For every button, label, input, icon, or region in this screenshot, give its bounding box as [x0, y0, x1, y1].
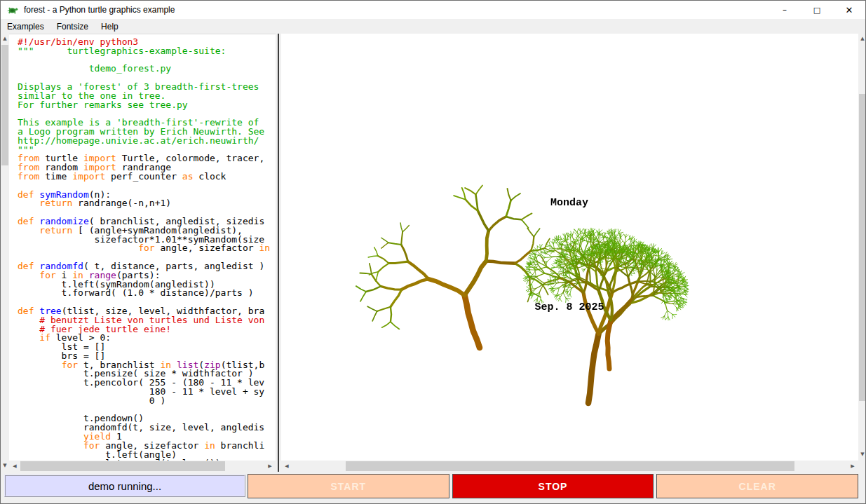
- close-button[interactable]: ✕: [833, 1, 865, 19]
- window-title: forest - a Python turtle graphics exampl…: [24, 5, 175, 15]
- stop-button[interactable]: STOP: [452, 474, 654, 498]
- canvas-vscroll-thumb[interactable]: [859, 94, 866, 401]
- clear-button[interactable]: CLEAR: [656, 474, 858, 498]
- code-line: return randrange(-n,n+1): [18, 199, 276, 208]
- pane-sash[interactable]: [276, 34, 281, 472]
- code-horizontal-scrollbar[interactable]: ◀ ▶: [9, 461, 276, 472]
- title-bar: forest - a Python turtle graphics exampl…: [1, 1, 865, 19]
- menu-bar: Examples Fontsize Help: [1, 19, 865, 34]
- scroll-down-icon[interactable]: ▼: [858, 451, 866, 457]
- graphics-frame: Monday Sep. 8 2025: [281, 34, 858, 461]
- code-line: """ turtlegraphics-example-suite:: [18, 47, 276, 56]
- menu-help[interactable]: Help: [95, 20, 125, 33]
- canvas-text-date: Sep. 8 2025: [534, 301, 604, 313]
- turtle-icon: [7, 5, 19, 15]
- minimize-button[interactable]: –: [769, 1, 801, 19]
- menu-examples[interactable]: Examples: [1, 20, 50, 33]
- start-button[interactable]: START: [248, 474, 449, 498]
- code-line: from time import perf_counter as clock: [18, 172, 276, 182]
- maximize-button[interactable]: □: [801, 1, 833, 19]
- canvas-horizontal-scrollbar[interactable]: ◀ ▶: [281, 461, 858, 472]
- code-line: tdemo_forest.py: [18, 64, 276, 74]
- status-label: demo running...: [4, 475, 245, 497]
- code-line: t.forward( (1.0 * distance)/parts ): [18, 289, 276, 298]
- button-row: START STOP CLEAR: [248, 474, 858, 498]
- canvas-vertical-scrollbar[interactable]: ▲ ▼: [858, 34, 866, 461]
- canvas-hscroll-thumb[interactable]: [346, 461, 794, 471]
- app-window: forest - a Python turtle graphics exampl…: [0, 0, 866, 504]
- scroll-up-icon[interactable]: ▲: [1, 36, 9, 41]
- code-text-widget[interactable]: #!/usr/bin/env python3""" turtlegraphics…: [9, 34, 276, 461]
- code-panel: #!/usr/bin/env python3""" turtlegraphics…: [9, 34, 276, 461]
- window-controls: – □ ✕: [769, 1, 865, 19]
- scroll-up-icon[interactable]: ▲: [858, 36, 866, 41]
- turtle-canvas: [281, 34, 858, 461]
- code-vertical-scrollbar[interactable]: ▲ ▼: [1, 34, 9, 472]
- code-vscroll-thumb[interactable]: [1, 45, 8, 165]
- code-hscroll-thumb[interactable]: [20, 461, 225, 471]
- code-line: http://homepage.univie.ac.at/erich.neuwi…: [18, 137, 276, 146]
- menu-fontsize[interactable]: Fontsize: [50, 20, 95, 33]
- scroll-left-icon[interactable]: ◀: [283, 463, 291, 469]
- code-line: for angle, sizefactor in: [18, 244, 276, 253]
- status-bar: demo running... START STOP CLEAR: [1, 472, 865, 504]
- scroll-right-icon[interactable]: ▶: [848, 463, 857, 469]
- canvas-text-weekday: Monday: [550, 197, 588, 209]
- code-line: For further remarks see tree.py: [18, 101, 276, 110]
- sash-bar: [278, 34, 279, 472]
- scroll-down-icon[interactable]: ▼: [1, 463, 9, 468]
- scroll-right-icon[interactable]: ▶: [266, 463, 274, 469]
- code-line: 0 ): [18, 397, 276, 406]
- scroll-left-icon[interactable]: ◀: [11, 463, 19, 469]
